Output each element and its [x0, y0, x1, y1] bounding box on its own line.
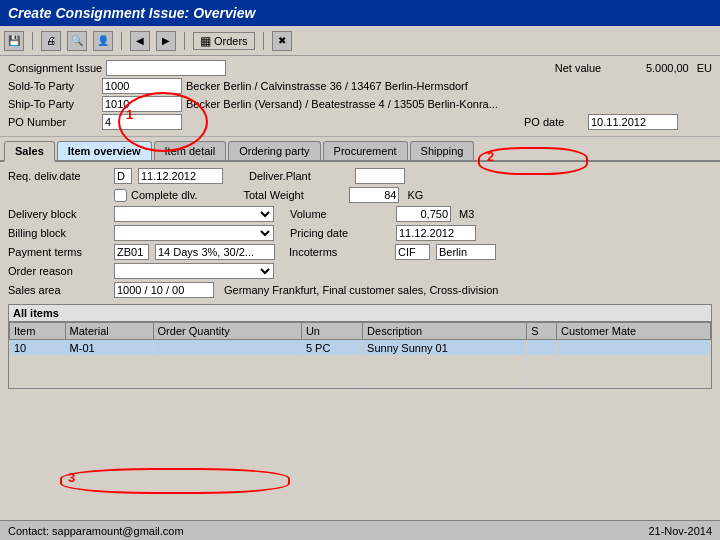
- table-row[interactable]: [10, 356, 711, 372]
- nav-icon2[interactable]: ▶: [156, 31, 176, 51]
- find-icon[interactable]: 🔍: [67, 31, 87, 51]
- payment-terms-code[interactable]: [114, 244, 149, 260]
- orders-button[interactable]: ▦ Orders: [193, 32, 255, 50]
- page-title: Create Consignment Issue: Overview: [8, 5, 255, 21]
- delivery-block-row: Delivery block Volume M3: [8, 206, 712, 222]
- toolbar-separator-3: [184, 32, 185, 50]
- order-reason-select[interactable]: [114, 263, 274, 279]
- annotation-label-3: 3: [68, 470, 75, 485]
- deliver-plant-input[interactable]: [355, 168, 405, 184]
- total-weight-unit: KG: [407, 189, 423, 201]
- sales-area-row: Sales area Germany Frankfurt, Final cust…: [8, 282, 712, 298]
- save-icon[interactable]: 💾: [4, 31, 24, 51]
- annotation-label-1: 1: [126, 107, 133, 122]
- sales-area-input[interactable]: [114, 282, 214, 298]
- volume-label: Volume: [290, 208, 390, 220]
- consignment-issue-input[interactable]: [106, 60, 226, 76]
- billing-block-row: Billing block Pricing date: [8, 225, 712, 241]
- table-cell: [363, 372, 527, 388]
- ship-to-party-text: Becker Berlin (Versand) / Beatestrasse 4…: [186, 98, 498, 110]
- order-reason-label: Order reason: [8, 265, 108, 277]
- po-date-input[interactable]: [588, 114, 678, 130]
- col-item: Item: [10, 323, 66, 340]
- annotation-label-2: 2: [487, 149, 494, 164]
- volume-input[interactable]: [396, 206, 451, 222]
- po-number-input[interactable]: [102, 114, 182, 130]
- payment-terms-label: Payment terms: [8, 246, 108, 258]
- table-cell: [363, 356, 527, 372]
- col-material: Material: [65, 323, 153, 340]
- title-bar: Create Consignment Issue: Overview: [0, 0, 720, 26]
- volume-unit: M3: [459, 208, 474, 220]
- complete-dlv-checkbox[interactable]: [114, 189, 127, 202]
- total-weight-input[interactable]: [349, 187, 399, 203]
- col-s: S: [527, 323, 557, 340]
- tab-shipping[interactable]: Shipping: [410, 141, 475, 160]
- req-deliv-date-d[interactable]: [114, 168, 132, 184]
- incoterms-text[interactable]: [436, 244, 496, 260]
- complete-dlv-label: Complete dlv.: [131, 189, 197, 201]
- table-cell: 10: [10, 340, 66, 356]
- sales-area-label: Sales area: [8, 284, 108, 296]
- incoterms-code[interactable]: [395, 244, 430, 260]
- user-icon[interactable]: 👤: [93, 31, 113, 51]
- complete-dlv-row: Complete dlv. Total Weight KG: [8, 187, 712, 203]
- toolbar-separator-2: [121, 32, 122, 50]
- orders-label: Orders: [214, 35, 248, 47]
- delivery-block-select[interactable]: [114, 206, 274, 222]
- exit-icon[interactable]: ✖: [272, 31, 292, 51]
- table-row[interactable]: 10M-015 PCSunny Sunny 01: [10, 340, 711, 356]
- table-cell: [527, 340, 557, 356]
- items-table: Item Material Order Quantity Un Descript…: [9, 322, 711, 388]
- tab-procurement[interactable]: Procurement: [323, 141, 408, 160]
- tab-ordering-party[interactable]: Ordering party: [228, 141, 320, 160]
- net-value-label: Net value: [555, 62, 625, 74]
- pricing-date-input[interactable]: [396, 225, 476, 241]
- incoterms-label: Incoterms: [289, 246, 389, 258]
- table-cell: [557, 356, 711, 372]
- sold-to-party-input[interactable]: [102, 78, 182, 94]
- ship-to-party-input[interactable]: [102, 96, 182, 112]
- toolbar-separator-4: [263, 32, 264, 50]
- annotation-circle-3: [60, 468, 290, 494]
- footer-contact: Contact: sapparamount@gmail.com: [8, 525, 184, 537]
- tab-sales[interactable]: Sales: [4, 141, 55, 162]
- table-cell: [301, 372, 362, 388]
- billing-block-select[interactable]: [114, 225, 274, 241]
- col-order-qty: Order Quantity: [153, 323, 301, 340]
- tab-item-overview[interactable]: Item overview: [57, 141, 152, 160]
- print-icon[interactable]: 🖨: [41, 31, 61, 51]
- table-cell: 5 PC: [301, 340, 362, 356]
- table-cell: [527, 372, 557, 388]
- sold-to-party-row: Sold-To Party Becker Berlin / Calvinstra…: [8, 78, 712, 94]
- col-description: Description: [363, 323, 527, 340]
- consignment-issue-label: Consignment Issue: [8, 62, 102, 74]
- table-cell: [10, 356, 66, 372]
- col-customer-mate: Customer Mate: [557, 323, 711, 340]
- nav-icon[interactable]: ◀: [130, 31, 150, 51]
- table-cell: [301, 356, 362, 372]
- currency: EU: [697, 62, 712, 74]
- pricing-date-label: Pricing date: [290, 227, 390, 239]
- table-cell: [527, 356, 557, 372]
- po-number-label: PO Number: [8, 116, 98, 128]
- table-cell: [557, 372, 711, 388]
- req-deliv-date-input[interactable]: [138, 168, 223, 184]
- complete-dlv-checkbox-row: Complete dlv.: [114, 189, 197, 202]
- toolbar-separator-1: [32, 32, 33, 50]
- table-cell: [65, 356, 153, 372]
- table-row[interactable]: [10, 372, 711, 388]
- tabs-container: Sales Item overview Item detail Ordering…: [0, 137, 720, 162]
- billing-block-label: Billing block: [8, 227, 108, 239]
- toolbar: 💾 🖨 🔍 👤 ◀ ▶ ▦ Orders ✖: [0, 26, 720, 56]
- footer-date: 21-Nov-2014: [648, 525, 712, 537]
- total-weight-label: Total Weight: [243, 189, 343, 201]
- payment-terms-text[interactable]: [155, 244, 275, 260]
- deliver-plant-label: Deliver.Plant: [249, 170, 349, 182]
- po-row: PO Number PO date: [8, 114, 712, 130]
- tab-item-detail[interactable]: Item detail: [154, 141, 227, 160]
- net-value: 5.000,00: [629, 62, 689, 74]
- req-deliv-date-label: Req. deliv.date: [8, 170, 108, 182]
- order-reason-row: Order reason: [8, 263, 712, 279]
- po-date-label: PO date: [524, 116, 584, 128]
